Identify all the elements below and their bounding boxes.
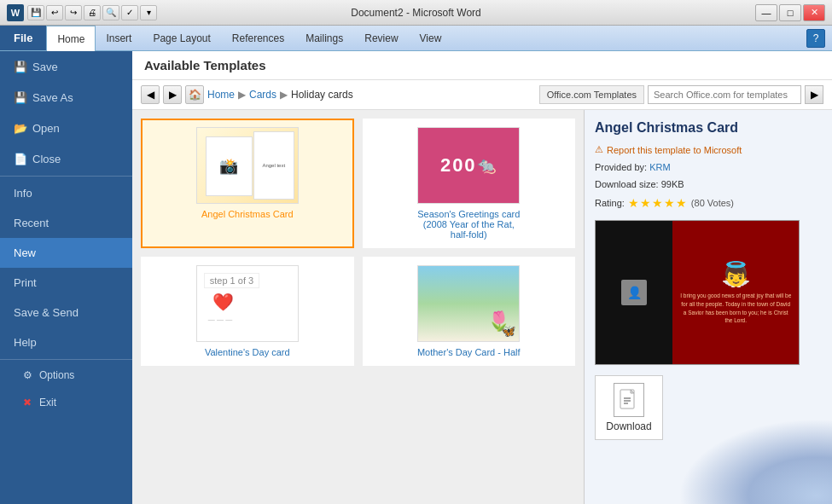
template-label-mothers: Mother's Day Card - Half	[417, 347, 521, 357]
check-icon[interactable]: ✓	[121, 5, 138, 20]
close-doc-icon: 📄	[14, 152, 27, 165]
home-button[interactable]: 🏠	[185, 85, 204, 104]
sidebar-item-help[interactable]: Help	[0, 327, 132, 357]
save-icon: 💾	[14, 60, 27, 73]
forward-button[interactable]: ▶	[163, 85, 182, 104]
redo-icon[interactable]: ↪	[65, 5, 82, 20]
warning-icon: ⚠	[595, 144, 603, 155]
tab-home[interactable]: Home	[46, 26, 96, 51]
print-quick-icon[interactable]: 🖨	[84, 5, 101, 20]
tab-view[interactable]: View	[410, 26, 453, 50]
search-button[interactable]: ▶	[805, 85, 823, 104]
office-com-label: Office.com Templates	[539, 85, 644, 104]
sidebar-item-save-as[interactable]: 💾 Save As	[0, 82, 132, 113]
template-grid: 📸 Angel text Angel Christmas Card	[132, 110, 584, 374]
print-preview-icon[interactable]: 🔍	[102, 5, 119, 20]
detail-title: Angel Christmas Card	[595, 120, 822, 136]
template-item-2008[interactable]: 200🐀 Season's Greetings card (2008 Year …	[363, 119, 576, 248]
breadcrumb-holiday: Holiday cards	[291, 89, 353, 101]
tab-page-layout[interactable]: Page Layout	[143, 26, 221, 50]
sidebar-divider-1	[0, 176, 132, 177]
download-label: Download	[606, 420, 651, 432]
undo-icon[interactable]: ↩	[46, 5, 63, 20]
preview-text: I bring you good news of great joy that …	[679, 292, 792, 325]
provider-link[interactable]: KRM	[649, 162, 670, 172]
sidebar-item-save-send[interactable]: Save & Send	[0, 298, 132, 327]
votes: (80 Votes)	[691, 198, 734, 208]
breadcrumb-home[interactable]: Home	[207, 89, 235, 101]
maximize-button[interactable]: □	[779, 4, 801, 21]
tab-file[interactable]: File	[0, 26, 46, 50]
breadcrumb-sep-2: ▶	[280, 89, 288, 101]
download-icon	[614, 383, 644, 417]
sidebar: 💾 Save 💾 Save As 📂 Open 📄 Close Info Rec…	[0, 51, 132, 504]
close-button[interactable]: ✕	[803, 4, 825, 21]
template-label-angel: Angel Christmas Card	[201, 209, 294, 219]
ribbon: File Home Insert Page Layout References …	[0, 26, 832, 51]
minimize-button[interactable]: —	[755, 4, 777, 21]
tab-review[interactable]: Review	[354, 26, 409, 50]
provided-by: Provided by: KRM	[595, 162, 822, 172]
breadcrumb-cards[interactable]: Cards	[249, 89, 276, 101]
breadcrumb-sep-1: ▶	[238, 89, 246, 101]
swirl-decoration	[678, 419, 832, 504]
sidebar-item-save[interactable]: 💾 Save	[0, 51, 132, 82]
template-thumbnail-2008: 200🐀	[417, 127, 520, 204]
back-button[interactable]: ◀	[141, 85, 160, 104]
template-thumbnail-mothers: 🌷 🦋	[417, 265, 520, 342]
main-container: 💾 Save 💾 Save As 📂 Open 📄 Close Info Rec…	[0, 51, 832, 504]
template-thumbnail-valentine: step 1 of 3 ❤️ — — —	[196, 265, 299, 342]
content-area: Available Templates ◀ ▶ 🏠 Home ▶ Cards ▶…	[132, 51, 832, 504]
stars: ★★★★★	[628, 196, 688, 210]
right-panel: Angel Christmas Card ⚠ Report this templ…	[585, 110, 832, 504]
sidebar-item-exit[interactable]: ✖ Exit	[0, 389, 132, 416]
report-link[interactable]: ⚠ Report this template to Microsoft	[595, 144, 822, 155]
template-thumbnail-angel: 📸 Angel text	[196, 127, 299, 204]
download-button[interactable]: Download	[595, 375, 663, 440]
sidebar-item-info[interactable]: Info	[0, 178, 132, 208]
templates-header: Available Templates	[132, 51, 832, 80]
word-icon: W	[7, 4, 24, 21]
title-bar-title: Document2 - Microsoft Word	[351, 7, 481, 19]
tab-insert[interactable]: Insert	[96, 26, 143, 50]
title-bar-left: W 💾 ↩ ↪ 🖨 🔍 ✓ ▾	[7, 4, 157, 21]
sidebar-divider-2	[0, 359, 132, 360]
exit-icon: ✖	[20, 396, 34, 409]
title-bar-controls: — □ ✕	[755, 4, 825, 21]
options-icon: ⚙	[20, 368, 34, 382]
search-input[interactable]	[648, 85, 801, 104]
download-size: Download size: 99KB	[595, 179, 822, 189]
template-item-mothers[interactable]: 🌷 🦋 Mother's Day Card - Half	[363, 257, 576, 366]
rating: Rating: ★★★★★ (80 Votes)	[595, 196, 822, 210]
breadcrumb: Home ▶ Cards ▶ Holiday cards	[207, 89, 353, 101]
sidebar-item-open[interactable]: 📂 Open	[0, 113, 132, 143]
save-as-icon: 💾	[14, 90, 27, 104]
toolbar-icons: 💾 ↩ ↪ 🖨 🔍 ✓ ▾	[27, 5, 157, 20]
sidebar-item-close[interactable]: 📄 Close	[0, 143, 132, 174]
open-icon: 📂	[14, 121, 27, 135]
sidebar-item-options[interactable]: ⚙ Options	[0, 362, 132, 389]
template-label-valentine: Valentine's Day card	[205, 347, 290, 357]
ribbon-help-icon[interactable]: ?	[806, 29, 825, 48]
tab-mailings[interactable]: Mailings	[295, 26, 354, 50]
sidebar-item-new[interactable]: New	[0, 238, 132, 268]
save-quick-icon[interactable]: 💾	[27, 5, 44, 20]
templates-body: 📸 Angel text Angel Christmas Card	[132, 110, 832, 504]
more-icon[interactable]: ▾	[140, 5, 157, 20]
template-item-angel[interactable]: 📸 Angel text Angel Christmas Card	[141, 119, 354, 248]
title-bar: W 💾 ↩ ↪ 🖨 🔍 ✓ ▾ Document2 - Microsoft Wo…	[0, 0, 832, 26]
template-item-valentine[interactable]: step 1 of 3 ❤️ — — — Valentine's Day car…	[141, 257, 354, 366]
sidebar-item-print[interactable]: Print	[0, 268, 132, 298]
template-label-2008: Season's Greetings card (2008 Year of th…	[413, 209, 524, 240]
search-bar: Office.com Templates ▶	[539, 85, 823, 104]
templates-section: Available Templates ◀ ▶ 🏠 Home ▶ Cards ▶…	[132, 51, 832, 504]
templates-nav: ◀ ▶ 🏠 Home ▶ Cards ▶ Holiday cards Offic…	[132, 80, 832, 110]
tab-references[interactable]: References	[222, 26, 295, 50]
sidebar-item-recent[interactable]: Recent	[0, 208, 132, 238]
template-grid-wrapper: 📸 Angel text Angel Christmas Card	[132, 110, 585, 504]
preview-image: 👤 👼 I bring you good news of great joy t…	[595, 220, 800, 365]
